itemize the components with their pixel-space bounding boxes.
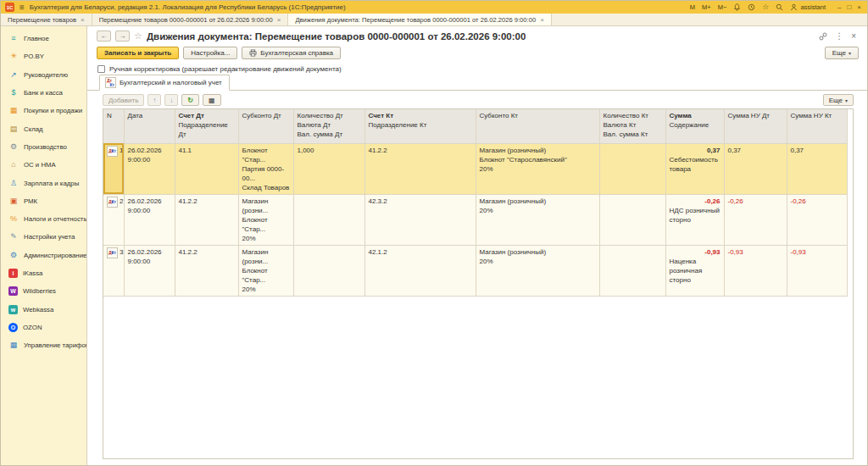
cell-sum-nu-kt[interactable]: -0,26 [787, 194, 847, 245]
col-sum-nu-dt[interactable]: Сумма НУ Дт [724, 109, 787, 143]
col-subconto-kt[interactable]: Субконто Кт [476, 109, 599, 143]
sidebar-item-accounting-settings[interactable]: ✎Настройки учета [1, 228, 86, 246]
tab-accounting-tax-register[interactable]: ДтКт Бухгалтерский и налоговый учет [99, 75, 230, 91]
search-icon[interactable] [776, 3, 783, 11]
col-subconto-dt[interactable]: Субконто Дт [238, 109, 293, 143]
memory-m-button[interactable]: М [690, 3, 695, 11]
move-down-button[interactable]: ↓ [164, 94, 178, 106]
main-menu-icon[interactable]: ≡ [19, 3, 25, 12]
cell-qty-dt[interactable]: 1,000 [293, 143, 364, 194]
cell-sum[interactable]: -0,93 Наценка розничная сторно [665, 245, 724, 296]
cell-qty-dt[interactable] [293, 245, 364, 296]
cell-sum-nu-kt[interactable]: 0,37 [787, 143, 847, 194]
cell-sum[interactable]: 0,37 Себестоимость товара [665, 143, 724, 194]
col-qty-dt[interactable]: Количество Дт Валюта Дт Вал. сумма Дт [293, 109, 364, 143]
table-row[interactable]: ДтКт1 26.02.20269:00:00 41.1 Блокнот "Ст… [103, 143, 847, 194]
memory-m-minus-button[interactable]: М− [718, 3, 727, 11]
more-menu-icon[interactable]: ⋮ [835, 31, 843, 41]
cell-subconto-dt[interactable]: Блокнот "Стар... Партия 0000-00... Склад… [238, 143, 293, 194]
manual-adjustment-checkbox[interactable] [97, 65, 105, 73]
cell-sum-nu-kt[interactable]: -0,93 [787, 245, 847, 296]
sidebar-item-webkassa[interactable]: wWebkassa [1, 300, 86, 318]
cell-qty-dt[interactable] [293, 194, 364, 245]
cell-subconto-dt[interactable]: Магазин (розни... Блокнот "Стар... 20% [238, 194, 293, 245]
sidebar-item-purchases-sales[interactable]: ▦Покупки и продажи [1, 102, 86, 119]
get-link-icon[interactable] [819, 32, 827, 41]
refresh-button[interactable]: ↻ [181, 94, 199, 106]
sidebar-item-payroll-hr[interactable]: ♙Зарплата и кадры [1, 174, 86, 191]
form-more-button[interactable]: Еще▾ [825, 47, 859, 59]
save-and-close-button[interactable]: Записать и закрыть [97, 47, 179, 59]
favorite-star-icon[interactable]: ☆ [134, 31, 142, 41]
sidebar-item-ozon[interactable]: OOZON [1, 319, 86, 336]
table-row[interactable]: ДтКт3 26.02.20269:00:00 41.2.2 Магазин (… [103, 245, 847, 296]
cell-qty-kt[interactable] [599, 194, 665, 245]
cell-sum-nu-dt[interactable]: -0,93 [724, 245, 787, 296]
tab-goods-transfer-document[interactable]: Перемещение товаров 0000-000001 от 26.02… [92, 14, 289, 25]
col-sum[interactable]: Сумма Содержание [665, 109, 724, 143]
cell-account-dt[interactable]: 41.2.2 [175, 245, 238, 296]
cell-sum-nu-dt[interactable]: -0,26 [724, 194, 787, 245]
grid-more-button[interactable]: Еще▾ [823, 94, 854, 106]
row-marker-cell[interactable]: ДтКт3 [103, 245, 124, 296]
close-tab-icon[interactable]: × [81, 16, 85, 24]
sidebar-item-ikassa[interactable]: iiKassa [1, 264, 86, 282]
cell-account-dt[interactable]: 41.2.2 [175, 194, 238, 245]
move-up-button[interactable]: ↑ [147, 94, 161, 106]
cell-date[interactable]: 26.02.20269:00:00 [124, 194, 175, 245]
accounting-reference-button[interactable]: Бухгалтерская справка [242, 47, 341, 59]
cell-sum[interactable]: -0,26 НДС розничный сторно [665, 194, 724, 245]
cell-account-kt[interactable]: 41.2.2 [364, 143, 476, 194]
report-button[interactable]: ▦ [203, 94, 221, 106]
col-date[interactable]: Дата [124, 109, 175, 143]
sidebar-item-wildberries[interactable]: WWildberries [1, 282, 86, 300]
close-window-icon[interactable]: × [857, 3, 861, 11]
tab-document-movements[interactable]: Движения документа: Перемещение товаров … [288, 14, 551, 25]
add-row-button[interactable]: Добавить [103, 94, 144, 106]
back-button[interactable]: ← [97, 31, 111, 42]
col-qty-kt[interactable]: Количество Кт Валюта Кт Вал. сумма Кт [599, 109, 665, 143]
close-tab-icon[interactable]: × [277, 16, 281, 24]
cell-date[interactable]: 26.02.20269:00:00 [124, 245, 175, 296]
cell-sum-nu-dt[interactable]: 0,37 [724, 143, 787, 194]
sidebar-item-taxes-reports[interactable]: %Налоги и отчетность [1, 210, 86, 228]
forward-button[interactable]: → [115, 31, 130, 42]
sidebar-item-main[interactable]: ≡Главное [1, 30, 86, 47]
col-account-kt[interactable]: Счет Кт Подразделение Кт [364, 109, 476, 143]
history-clock-icon[interactable] [748, 3, 755, 11]
table-row[interactable]: ДтКт2 26.02.20269:00:00 41.2.2 Магазин (… [103, 194, 847, 245]
cell-qty-kt[interactable] [599, 245, 665, 296]
close-form-icon[interactable]: × [851, 31, 856, 41]
close-tab-icon[interactable]: × [540, 16, 544, 24]
cell-qty-kt[interactable] [599, 143, 665, 194]
current-user[interactable]: assistant [790, 3, 826, 11]
sidebar-item-production[interactable]: ⚙Производство [1, 138, 86, 156]
col-sum-nu-kt[interactable]: Сумма НУ Кт [787, 109, 847, 143]
sidebar-item-rmk[interactable]: ▣РМК [1, 192, 86, 210]
cell-account-kt[interactable]: 42.1.2 [364, 245, 476, 296]
cell-subconto-kt[interactable]: Магазин (розничный) 20% [476, 245, 599, 296]
memory-m-plus-button[interactable]: М+ [702, 3, 711, 11]
col-n[interactable]: N [103, 109, 124, 143]
favorites-star-icon[interactable]: ☆ [762, 3, 769, 11]
cell-account-kt[interactable]: 42.3.2 [364, 194, 476, 245]
sidebar-item-bank-cash[interactable]: $Банк и касса [1, 84, 86, 102]
cell-subconto-dt[interactable]: Магазин (розни... Блокнот "Стар... 20% [238, 245, 293, 296]
cell-subconto-kt[interactable]: Магазин (розничный) 20% [476, 194, 599, 245]
maximize-icon[interactable]: □ [847, 3, 851, 11]
sidebar-item-warehouse[interactable]: ▤Склад [1, 119, 86, 137]
settings-button[interactable]: Настройка... [183, 47, 237, 59]
sidebar-item-fixed-assets[interactable]: ⌂ОС и НМА [1, 156, 86, 174]
sidebar-item-po-by[interactable]: ☀PO.BY [1, 47, 86, 65]
sidebar-item-manager[interactable]: ↗Руководителю [1, 66, 86, 84]
sidebar-item-administration[interactable]: ⚙Администрирование [1, 247, 86, 264]
cell-subconto-kt[interactable]: Магазин (розничный) Блокнот "Старославян… [476, 143, 599, 194]
tab-goods-transfer-list[interactable]: Перемещение товаров × [1, 14, 92, 25]
minimize-icon[interactable]: – [837, 3, 841, 11]
cell-date[interactable]: 26.02.20269:00:00 [124, 143, 175, 194]
cell-account-dt[interactable]: 41.1 [175, 143, 238, 194]
sidebar-item-tariff-management[interactable]: ▦Управление тарифом [1, 336, 86, 354]
row-marker-cell[interactable]: ДтКт2 [103, 194, 124, 245]
row-marker-cell[interactable]: ДтКт1 [103, 143, 124, 194]
col-account-dt[interactable]: Счет Дт Подразделение Дт [175, 109, 238, 143]
